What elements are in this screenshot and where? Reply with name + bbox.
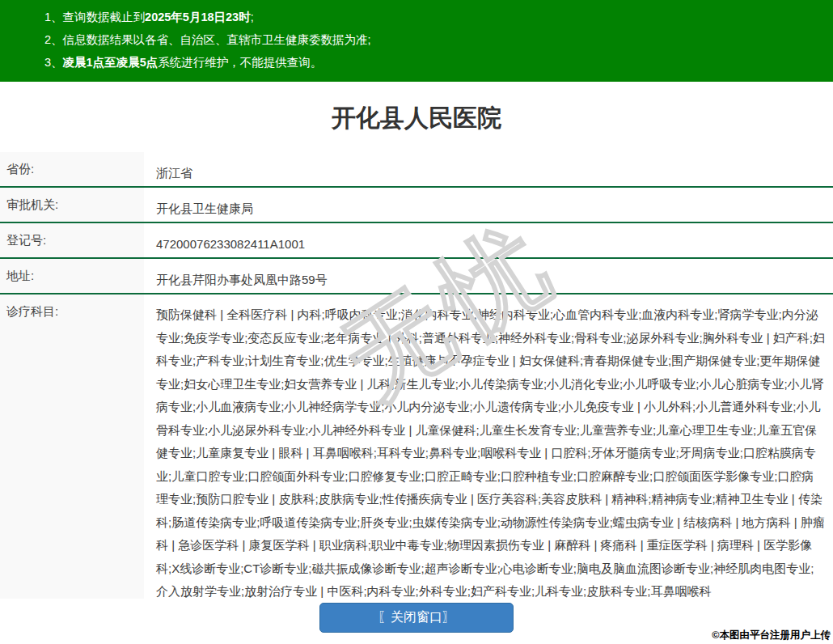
row-label-province: 省份: xyxy=(0,152,144,186)
notice-line-1-num: 1、 xyxy=(44,11,63,23)
row-value-address: 开化县芹阳办事处凤凰中路59号 xyxy=(144,259,833,293)
hospital-info-table: 省份: 浙江省 审批机关: 开化县卫生健康局 登记号: 472000762330… xyxy=(0,152,833,599)
notice-line-1-bold: 2025年5月18日23时 xyxy=(145,11,251,23)
row-value-province: 浙江省 xyxy=(144,152,833,186)
notice-line-1: 1、查询数据截止到2025年5月18日23时; xyxy=(44,6,817,28)
notice-line-3-post: 系统进行维护，不能提供查询。 xyxy=(158,56,322,69)
row-label-address: 地址: xyxy=(0,259,144,293)
notice-banner: 1、查询数据截止到2025年5月18日23时; 2、信息数据结果以各省、自治区、… xyxy=(0,0,833,82)
notice-line-1-post: ; xyxy=(251,11,254,23)
notice-line-1-text: 查询数据截止到 xyxy=(63,11,146,23)
notice-line-3-num: 3、 xyxy=(44,56,63,69)
table-row-registration-number: 登记号: 47200076233082411A1001 xyxy=(0,223,833,259)
notice-line-2-num: 2、 xyxy=(44,33,63,46)
table-row-province: 省份: 浙江省 xyxy=(0,152,833,188)
row-label-medical-subjects: 诊疗科目: xyxy=(0,294,144,599)
table-row-address: 地址: 开化县芹阳办事处凤凰中路59号 xyxy=(0,259,833,294)
row-label-approval-authority: 审批机关: xyxy=(0,188,144,222)
table-row-approval-authority: 审批机关: 开化县卫生健康局 xyxy=(0,188,833,223)
notice-line-3: 3、凌晨1点至凌晨5点系统进行维护，不能提供查询。 xyxy=(44,51,817,74)
row-value-medical-subjects: 预防保健科 | 全科医疗科 | 内科;呼吸内科专业;消化内科专业;神经内科专业;… xyxy=(144,294,833,599)
row-value-approval-authority: 开化县卫生健康局 xyxy=(144,188,833,222)
table-row-medical-subjects: 诊疗科目: 预防保健科 | 全科医疗科 | 内科;呼吸内科专业;消化内科专业;神… xyxy=(0,294,833,599)
credit-text: ©本图由平台注册用户上传 xyxy=(712,629,831,642)
notice-line-3-bold: 凌晨1点至凌晨5点 xyxy=(63,56,159,69)
close-window-button[interactable]: 〖关闭窗口〗 xyxy=(319,603,514,633)
row-label-registration-number: 登记号: xyxy=(0,223,144,257)
notice-line-2: 2、信息数据结果以各省、自治区、直辖市卫生健康委数据为准; xyxy=(44,28,817,51)
page-title: 开化县人民医院 xyxy=(0,82,833,152)
notice-line-2-text: 信息数据结果以各省、自治区、直辖市卫生健康委数据为准; xyxy=(63,33,371,46)
row-value-registration-number: 47200076233082411A1001 xyxy=(144,223,833,257)
